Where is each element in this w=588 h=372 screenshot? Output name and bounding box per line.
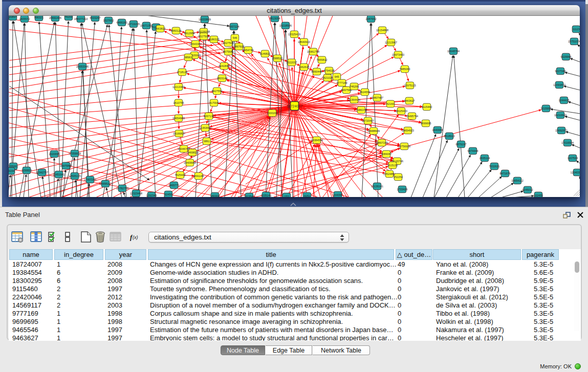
svg-text:8454749: 8454749 — [243, 49, 254, 52]
svg-text:8427552: 8427552 — [212, 90, 223, 93]
svg-text:7955812: 7955812 — [317, 58, 328, 61]
svg-text:10654112: 10654112 — [511, 179, 524, 182]
svg-text:12323468: 12323468 — [130, 192, 142, 195]
svg-text:2300203: 2300203 — [267, 112, 278, 115]
svg-text:8186323: 8186323 — [209, 38, 220, 41]
svg-text:10046788: 10046788 — [178, 147, 190, 150]
svg-text:2020655: 2020655 — [49, 152, 60, 156]
svg-text:996321: 996321 — [34, 16, 43, 19]
svg-text:9327508: 9327508 — [223, 41, 234, 45]
svg-text:16648784: 16648784 — [447, 50, 460, 53]
svg-text:9777169: 9777169 — [337, 81, 347, 84]
svg-text:16033809: 16033809 — [199, 18, 211, 21]
svg-text:18640910: 18640910 — [298, 40, 310, 43]
svg-text:164095: 164095 — [333, 193, 342, 196]
svg-text:19384554: 19384554 — [311, 139, 323, 142]
svg-text:1691144: 1691144 — [193, 174, 204, 178]
svg-text:10807487: 10807487 — [371, 96, 383, 99]
svg-text:2935114: 2935114 — [480, 157, 490, 160]
svg-text:10756928: 10756928 — [398, 145, 410, 148]
svg-text:1913541: 1913541 — [244, 195, 255, 197]
svg-text:1405572: 1405572 — [19, 17, 30, 20]
svg-text:7663822: 7663822 — [155, 27, 166, 30]
svg-text:9474444: 9474444 — [468, 149, 478, 152]
svg-text:76153: 76153 — [65, 16, 73, 18]
svg-text:2867608: 2867608 — [234, 45, 245, 48]
svg-text:92450: 92450 — [165, 193, 172, 196]
svg-text:10958107: 10958107 — [99, 182, 112, 185]
svg-text:2718126: 2718126 — [177, 71, 188, 74]
svg-text:5322037: 5322037 — [287, 61, 297, 64]
svg-text:39154: 39154 — [9, 169, 15, 172]
svg-text:9242848: 9242848 — [219, 64, 230, 68]
svg-text:8990448: 8990448 — [312, 70, 322, 73]
svg-text:3215958: 3215958 — [541, 107, 552, 110]
svg-text:12342757: 12342757 — [36, 171, 48, 174]
svg-text:746266: 746266 — [350, 85, 359, 88]
svg-text:17359934: 17359934 — [69, 152, 81, 155]
svg-text:17957255: 17957255 — [84, 178, 96, 181]
svg-text:9245012: 9245012 — [522, 188, 533, 191]
svg-text:9146821: 9146821 — [260, 52, 271, 55]
svg-text:9115460: 9115460 — [422, 105, 432, 108]
svg-text:30975887: 30975887 — [60, 164, 72, 167]
svg-text:16782759: 16782759 — [116, 187, 128, 190]
svg-text:15409948: 15409948 — [184, 161, 196, 164]
svg-text:8813054: 8813054 — [270, 17, 280, 20]
svg-text:3624554: 3624554 — [360, 91, 371, 94]
svg-text:10025433: 10025433 — [395, 110, 407, 113]
svg-text:19218506: 19218506 — [279, 24, 292, 27]
svg-text:2803144: 2803144 — [217, 77, 228, 80]
svg-text:9699695: 9699695 — [421, 122, 431, 125]
svg-text:6533267: 6533267 — [90, 16, 101, 19]
svg-text:62160: 62160 — [387, 102, 395, 105]
svg-text:20691406: 20691406 — [49, 16, 61, 19]
svg-text:1167533: 1167533 — [568, 157, 578, 160]
svg-text:3267130: 3267130 — [204, 115, 214, 118]
svg-text:(x): (x) — [133, 235, 138, 240]
svg-text:417004: 417004 — [209, 101, 219, 104]
svg-text:12505135: 12505135 — [69, 174, 81, 178]
svg-text:20897: 20897 — [9, 16, 17, 18]
svg-text:9463627: 9463627 — [404, 99, 415, 102]
svg-text:19654983: 19654983 — [172, 117, 185, 120]
svg-text:16210643: 16210643 — [554, 114, 567, 117]
svg-text:546: 546 — [233, 36, 237, 39]
svg-text:6466160: 6466160 — [117, 21, 127, 24]
svg-text:7632621: 7632621 — [489, 165, 500, 168]
svg-text:8471676: 8471676 — [500, 172, 511, 175]
svg-text:1156829: 1156829 — [21, 169, 32, 172]
svg-text:9329966: 9329966 — [561, 55, 572, 58]
svg-text:3675685: 3675685 — [223, 50, 234, 53]
svg-text:12213369: 12213369 — [172, 85, 185, 89]
svg-text:120403504: 120403504 — [571, 171, 580, 174]
svg-text:21364436: 21364436 — [348, 98, 360, 101]
svg-text:1588520: 1588520 — [272, 57, 283, 60]
svg-text:15136141: 15136141 — [371, 185, 383, 188]
svg-text:11451941: 11451941 — [53, 173, 65, 176]
svg-text:1733426: 1733426 — [397, 188, 408, 191]
svg-text:2087652: 2087652 — [366, 17, 377, 20]
svg-text:8912954: 8912954 — [184, 32, 195, 35]
svg-text:18807249: 18807249 — [376, 141, 388, 144]
svg-text:1640954: 1640954 — [432, 128, 443, 132]
svg-text:10973493: 10973493 — [392, 53, 404, 56]
svg-text:12093872: 12093872 — [553, 83, 565, 86]
svg-text:8518913: 8518913 — [444, 135, 455, 138]
svg-text:1527602: 1527602 — [103, 19, 114, 22]
svg-text:9151: 9151 — [304, 194, 310, 197]
svg-text:1615132: 1615132 — [387, 164, 398, 167]
svg-text:102455: 102455 — [534, 194, 543, 197]
svg-text:188377210: 188377210 — [74, 17, 88, 20]
svg-text:7625402: 7625402 — [175, 173, 186, 177]
svg-text:13325419: 13325419 — [288, 33, 300, 36]
svg-text:20053346: 20053346 — [76, 65, 89, 68]
svg-text:19654923: 19654923 — [402, 129, 414, 132]
svg-text:9084067: 9084067 — [381, 152, 392, 156]
svg-text:11353594: 11353594 — [199, 126, 211, 129]
svg-text:10688609: 10688609 — [367, 129, 380, 133]
svg-text:17016504: 17016504 — [561, 141, 574, 144]
svg-text:15692971: 15692971 — [555, 129, 568, 132]
svg-text:12975115: 12975115 — [404, 84, 416, 87]
svg-text:8960124: 8960124 — [171, 29, 182, 32]
